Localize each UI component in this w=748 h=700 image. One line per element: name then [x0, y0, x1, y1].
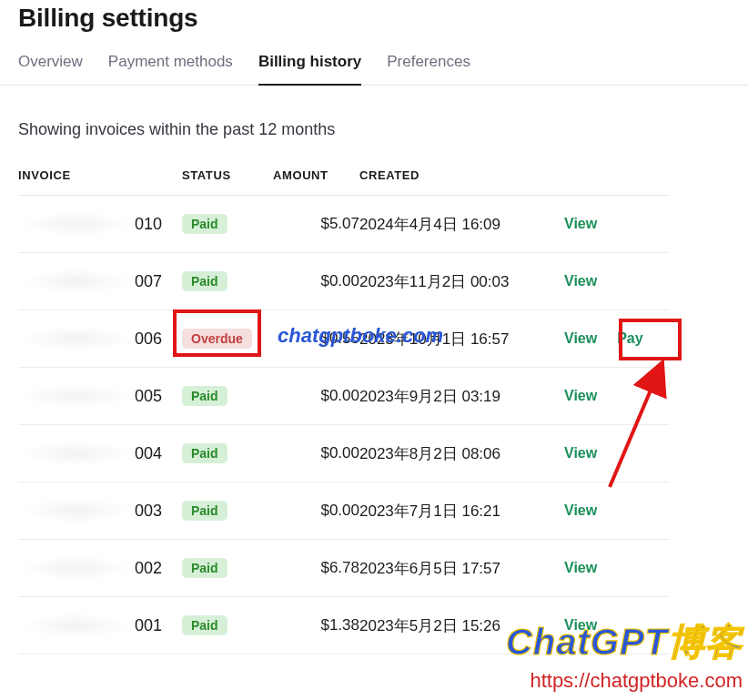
view-button[interactable]: View [564, 445, 597, 462]
invoice-id-suffix: 001 [135, 616, 162, 635]
table-row: 001Paid$1.382023年5月2日 15:26View [18, 597, 669, 654]
status-badge: Overdue [182, 329, 252, 349]
invoice-amount: $1.38 [273, 597, 359, 654]
invoice-amount: $0.00 [273, 425, 359, 482]
invoice-id-redacted [22, 556, 131, 580]
invoice-id-suffix: 004 [135, 444, 162, 463]
invoice-id-redacted [22, 269, 131, 293]
invoice-created: 2023年10月1日 16:57 [359, 310, 564, 368]
invoice-id-redacted [22, 441, 131, 465]
tab-overview[interactable]: Overview [18, 49, 83, 86]
invoice-id-redacted [22, 499, 131, 522]
status-badge: Paid [182, 386, 227, 406]
invoice-amount: $0.00 [273, 482, 359, 540]
invoice-id-redacted [22, 327, 131, 350]
invoice-amount: $5.07 [273, 196, 359, 253]
table-row: 005Paid$0.002023年9月2日 03:19View [18, 368, 669, 425]
view-button[interactable]: View [564, 560, 597, 576]
table-row: 007Paid$0.002023年11月2日 00:03View [18, 253, 669, 310]
invoice-created: 2023年9月2日 03:19 [359, 368, 564, 425]
pay-button[interactable]: Pay [617, 330, 642, 347]
invoice-id-suffix: 006 [135, 330, 162, 349]
tab-payment-methods[interactable]: Payment methods [108, 49, 233, 86]
status-badge: Paid [182, 443, 227, 463]
invoice-created: 2023年8月2日 08:06 [359, 425, 564, 482]
table-row: 004Paid$0.002023年8月2日 08:06View [18, 425, 669, 482]
invoice-id-redacted [22, 384, 131, 408]
table-row: 003Paid$0.002023年7月1日 16:21View [18, 482, 669, 540]
status-badge: Paid [182, 501, 227, 521]
invoice-id-suffix: 007 [135, 272, 162, 291]
view-button[interactable]: View [564, 388, 597, 404]
tab-preferences[interactable]: Preferences [387, 49, 470, 86]
invoice-amount: $6.78 [273, 540, 359, 597]
status-badge: Paid [182, 558, 227, 578]
col-status: STATUS [182, 161, 273, 196]
invoice-created: 2023年11月2日 00:03 [359, 253, 564, 310]
table-row: 002Paid$6.782023年6月5日 17:57View [18, 540, 669, 597]
invoice-id-suffix: 002 [135, 559, 162, 578]
invoice-id-redacted [22, 614, 131, 637]
status-badge: Paid [182, 214, 227, 234]
table-row: 006Overdue$0.552023年10月1日 16:57ViewPay [18, 310, 669, 368]
col-amount: AMOUNT [273, 161, 359, 196]
col-invoice: INVOICE [18, 161, 182, 196]
invoice-amount: $0.00 [273, 368, 359, 425]
col-created: CREATED [359, 161, 564, 196]
view-button[interactable]: View [564, 273, 597, 289]
invoice-id-suffix: 005 [135, 387, 162, 406]
invoice-amount: $0.00 [273, 253, 359, 310]
view-button[interactable]: View [564, 216, 597, 232]
tabs: Overview Payment methods Billing history… [0, 49, 748, 86]
watermark-url: https://chatgptboke.com [506, 669, 743, 693]
tab-billing-history[interactable]: Billing history [258, 49, 361, 86]
view-button[interactable]: View [564, 330, 597, 347]
invoice-id-suffix: 003 [135, 502, 162, 521]
invoice-created: 2023年5月2日 15:26 [359, 597, 564, 654]
page-title: Billing settings [18, 4, 730, 33]
invoice-created: 2023年6月5日 17:57 [359, 540, 564, 597]
invoices-table: INVOICE STATUS AMOUNT CREATED 010Paid$5.… [18, 161, 669, 654]
invoice-id-suffix: 010 [135, 215, 162, 234]
table-row: 010Paid$5.072024年4月4日 16:09View [18, 196, 669, 253]
range-caption: Showing invoices within the past 12 mont… [18, 120, 730, 139]
view-button[interactable]: View [564, 502, 597, 519]
status-badge: Paid [182, 615, 227, 635]
invoice-created: 2023年7月1日 16:21 [359, 482, 564, 540]
status-badge: Paid [182, 271, 227, 291]
invoice-id-redacted [22, 212, 131, 236]
invoice-created: 2024年4月4日 16:09 [359, 196, 564, 253]
invoice-amount: $0.55 [273, 310, 359, 368]
view-button[interactable]: View [564, 617, 597, 634]
